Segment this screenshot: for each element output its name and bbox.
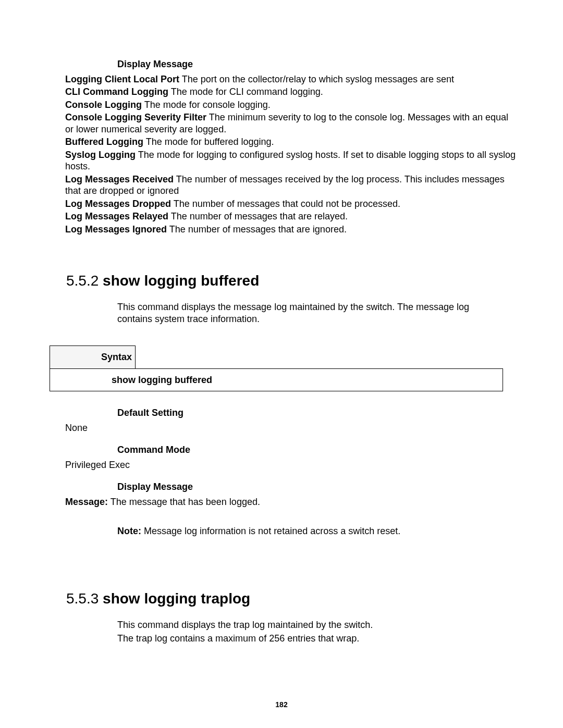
section-description-line1: This command displays the trap log maint…: [117, 619, 495, 631]
definition-term: Log Messages Ignored: [65, 224, 167, 235]
definition-desc: The number of messages that could not be…: [171, 199, 400, 209]
page-number: 182: [0, 700, 563, 710]
heading-number: 5.5.3: [66, 590, 99, 607]
definition-row: Buffered Logging The mode for buffered l…: [65, 136, 516, 148]
section-heading-553: 5.5.3 show logging traplog: [66, 589, 516, 608]
definition-term: Syslog Logging: [65, 150, 136, 160]
default-setting-value: None: [65, 422, 516, 434]
syntax-command: show logging buffered: [50, 368, 503, 392]
definition-term: Log Messages Relayed: [65, 211, 168, 221]
definition-desc: The port on the collector/relay to which…: [179, 74, 454, 84]
note-term: Note:: [117, 526, 141, 536]
definition-term: Console Logging: [65, 100, 142, 110]
definition-row: Logging Client Local Port The port on th…: [65, 73, 516, 85]
document-page: Display Message Logging Client Local Por…: [0, 0, 563, 728]
note-desc: Message log information is not retained …: [141, 526, 400, 536]
display-message-label-top: Display Message: [117, 58, 516, 70]
definition-term: Console Logging Severity Filter: [65, 112, 206, 122]
syntax-box: Syntax show logging buffered: [50, 346, 503, 391]
section-description: This command displays the message log ma…: [117, 301, 495, 325]
heading-title: show logging traplog: [99, 590, 250, 607]
definition-row: Log Messages Ignored The number of messa…: [65, 224, 516, 236]
section-heading-552: 5.5.2 show logging buffered: [66, 272, 516, 290]
command-mode-value: Privileged Exec: [65, 459, 516, 471]
definition-row: Log Messages Received The number of mess…: [65, 174, 516, 197]
definition-term: Log Messages Dropped: [65, 199, 171, 209]
heading-title: show logging buffered: [99, 273, 259, 289]
command-mode-label: Command Mode: [117, 444, 516, 456]
message-desc: The message that has been logged.: [108, 497, 260, 507]
definition-row: CLI Command Logging The mode for CLI com…: [65, 86, 516, 98]
definition-row: Log Messages Dropped The number of messa…: [65, 198, 516, 210]
note-line: Note: Message log information is not ret…: [117, 525, 516, 537]
section-description-line2: The trap log contains a maximum of 256 e…: [117, 633, 495, 645]
heading-number: 5.5.2: [66, 273, 99, 289]
definition-term: Logging Client Local Port: [65, 74, 179, 84]
definition-term: CLI Command Logging: [65, 87, 168, 97]
definition-desc: The number of messages that are relayed.: [168, 211, 348, 221]
display-message-label-552: Display Message: [117, 481, 516, 493]
definition-row: Console Logging The mode for console log…: [65, 99, 516, 111]
definition-term: Buffered Logging: [65, 137, 143, 147]
definition-desc: The mode for buffered logging.: [143, 137, 274, 147]
message-definition: Message: The message that has been logge…: [65, 496, 516, 508]
definition-row: Syslog Logging The mode for logging to c…: [65, 149, 516, 172]
definition-desc: The mode for CLI command logging.: [168, 87, 323, 97]
definition-row: Console Logging Severity Filter The mini…: [65, 112, 516, 135]
definition-desc: The mode for console logging.: [142, 100, 271, 110]
syntax-tab-label: Syntax: [50, 346, 136, 368]
definition-row: Log Messages Relayed The number of messa…: [65, 211, 516, 223]
definition-desc: The number of messages that are ignored.: [167, 224, 347, 235]
message-term: Message:: [65, 497, 108, 507]
definitions-block: Logging Client Local Port The port on th…: [65, 73, 516, 236]
definition-term: Log Messages Received: [65, 174, 174, 184]
default-setting-label: Default Setting: [117, 407, 516, 419]
